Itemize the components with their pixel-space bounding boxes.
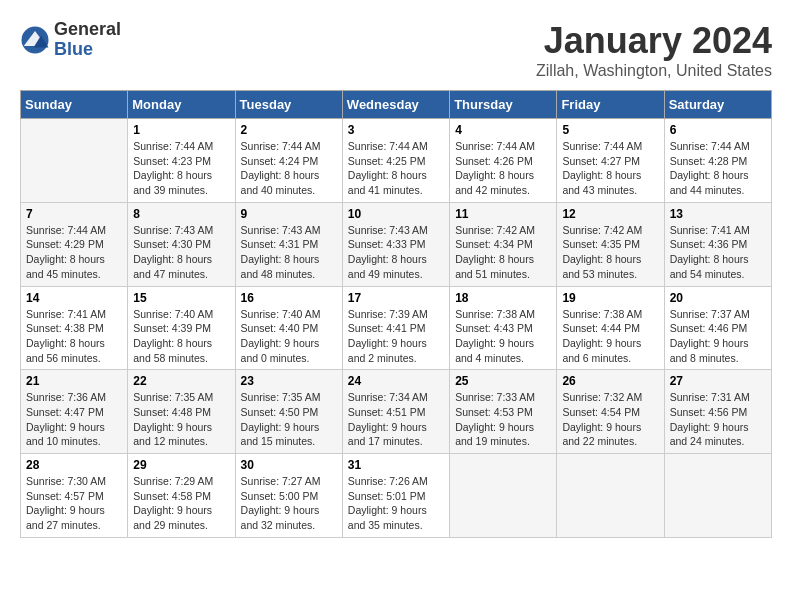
day-info: Sunrise: 7:41 AM Sunset: 4:36 PM Dayligh…: [670, 223, 766, 282]
day-info: Sunrise: 7:40 AM Sunset: 4:40 PM Dayligh…: [241, 307, 337, 366]
week-row-4: 21Sunrise: 7:36 AM Sunset: 4:47 PM Dayli…: [21, 370, 772, 454]
day-info: Sunrise: 7:44 AM Sunset: 4:25 PM Dayligh…: [348, 139, 444, 198]
calendar-cell: [450, 454, 557, 538]
day-number: 3: [348, 123, 444, 137]
calendar-cell: 13Sunrise: 7:41 AM Sunset: 4:36 PM Dayli…: [664, 202, 771, 286]
day-number: 23: [241, 374, 337, 388]
logo-icon: [20, 25, 50, 55]
logo-general-text: General: [54, 20, 121, 40]
calendar-cell: 16Sunrise: 7:40 AM Sunset: 4:40 PM Dayli…: [235, 286, 342, 370]
day-number: 4: [455, 123, 551, 137]
calendar-cell: 26Sunrise: 7:32 AM Sunset: 4:54 PM Dayli…: [557, 370, 664, 454]
day-info: Sunrise: 7:42 AM Sunset: 4:34 PM Dayligh…: [455, 223, 551, 282]
day-info: Sunrise: 7:36 AM Sunset: 4:47 PM Dayligh…: [26, 390, 122, 449]
weekday-header-friday: Friday: [557, 91, 664, 119]
calendar-cell: 10Sunrise: 7:43 AM Sunset: 4:33 PM Dayli…: [342, 202, 449, 286]
day-number: 18: [455, 291, 551, 305]
weekday-header-tuesday: Tuesday: [235, 91, 342, 119]
title-section: January 2024 Zillah, Washington, United …: [536, 20, 772, 80]
day-number: 16: [241, 291, 337, 305]
day-number: 12: [562, 207, 658, 221]
calendar-cell: 4Sunrise: 7:44 AM Sunset: 4:26 PM Daylig…: [450, 119, 557, 203]
day-number: 30: [241, 458, 337, 472]
calendar-cell: 12Sunrise: 7:42 AM Sunset: 4:35 PM Dayli…: [557, 202, 664, 286]
day-info: Sunrise: 7:44 AM Sunset: 4:29 PM Dayligh…: [26, 223, 122, 282]
day-number: 5: [562, 123, 658, 137]
day-info: Sunrise: 7:43 AM Sunset: 4:30 PM Dayligh…: [133, 223, 229, 282]
calendar-cell: 24Sunrise: 7:34 AM Sunset: 4:51 PM Dayli…: [342, 370, 449, 454]
day-info: Sunrise: 7:27 AM Sunset: 5:00 PM Dayligh…: [241, 474, 337, 533]
day-info: Sunrise: 7:43 AM Sunset: 4:31 PM Dayligh…: [241, 223, 337, 282]
calendar-cell: 23Sunrise: 7:35 AM Sunset: 4:50 PM Dayli…: [235, 370, 342, 454]
day-number: 24: [348, 374, 444, 388]
calendar-cell: 28Sunrise: 7:30 AM Sunset: 4:57 PM Dayli…: [21, 454, 128, 538]
day-number: 19: [562, 291, 658, 305]
calendar-cell: 27Sunrise: 7:31 AM Sunset: 4:56 PM Dayli…: [664, 370, 771, 454]
day-info: Sunrise: 7:41 AM Sunset: 4:38 PM Dayligh…: [26, 307, 122, 366]
calendar-cell: 1Sunrise: 7:44 AM Sunset: 4:23 PM Daylig…: [128, 119, 235, 203]
day-info: Sunrise: 7:32 AM Sunset: 4:54 PM Dayligh…: [562, 390, 658, 449]
calendar-cell: 15Sunrise: 7:40 AM Sunset: 4:39 PM Dayli…: [128, 286, 235, 370]
week-row-5: 28Sunrise: 7:30 AM Sunset: 4:57 PM Dayli…: [21, 454, 772, 538]
day-number: 31: [348, 458, 444, 472]
day-number: 9: [241, 207, 337, 221]
day-number: 29: [133, 458, 229, 472]
day-info: Sunrise: 7:38 AM Sunset: 4:44 PM Dayligh…: [562, 307, 658, 366]
day-number: 22: [133, 374, 229, 388]
day-info: Sunrise: 7:44 AM Sunset: 4:27 PM Dayligh…: [562, 139, 658, 198]
calendar-cell: 29Sunrise: 7:29 AM Sunset: 4:58 PM Dayli…: [128, 454, 235, 538]
day-info: Sunrise: 7:34 AM Sunset: 4:51 PM Dayligh…: [348, 390, 444, 449]
day-info: Sunrise: 7:43 AM Sunset: 4:33 PM Dayligh…: [348, 223, 444, 282]
day-info: Sunrise: 7:30 AM Sunset: 4:57 PM Dayligh…: [26, 474, 122, 533]
day-info: Sunrise: 7:37 AM Sunset: 4:46 PM Dayligh…: [670, 307, 766, 366]
calendar-cell: 18Sunrise: 7:38 AM Sunset: 4:43 PM Dayli…: [450, 286, 557, 370]
calendar-cell: 3Sunrise: 7:44 AM Sunset: 4:25 PM Daylig…: [342, 119, 449, 203]
calendar-table: SundayMondayTuesdayWednesdayThursdayFrid…: [20, 90, 772, 538]
logo-blue-text: Blue: [54, 40, 121, 60]
day-number: 11: [455, 207, 551, 221]
day-info: Sunrise: 7:42 AM Sunset: 4:35 PM Dayligh…: [562, 223, 658, 282]
week-row-2: 7Sunrise: 7:44 AM Sunset: 4:29 PM Daylig…: [21, 202, 772, 286]
day-info: Sunrise: 7:35 AM Sunset: 4:48 PM Dayligh…: [133, 390, 229, 449]
calendar-title: January 2024: [536, 20, 772, 62]
day-number: 10: [348, 207, 444, 221]
calendar-cell: 8Sunrise: 7:43 AM Sunset: 4:30 PM Daylig…: [128, 202, 235, 286]
day-number: 26: [562, 374, 658, 388]
calendar-cell: 22Sunrise: 7:35 AM Sunset: 4:48 PM Dayli…: [128, 370, 235, 454]
day-number: 7: [26, 207, 122, 221]
calendar-cell: 19Sunrise: 7:38 AM Sunset: 4:44 PM Dayli…: [557, 286, 664, 370]
day-info: Sunrise: 7:44 AM Sunset: 4:24 PM Dayligh…: [241, 139, 337, 198]
day-info: Sunrise: 7:35 AM Sunset: 4:50 PM Dayligh…: [241, 390, 337, 449]
calendar-cell: [21, 119, 128, 203]
calendar-cell: 14Sunrise: 7:41 AM Sunset: 4:38 PM Dayli…: [21, 286, 128, 370]
day-number: 13: [670, 207, 766, 221]
day-info: Sunrise: 7:38 AM Sunset: 4:43 PM Dayligh…: [455, 307, 551, 366]
calendar-subtitle: Zillah, Washington, United States: [536, 62, 772, 80]
day-number: 20: [670, 291, 766, 305]
calendar-cell: 9Sunrise: 7:43 AM Sunset: 4:31 PM Daylig…: [235, 202, 342, 286]
day-info: Sunrise: 7:31 AM Sunset: 4:56 PM Dayligh…: [670, 390, 766, 449]
day-number: 21: [26, 374, 122, 388]
day-info: Sunrise: 7:29 AM Sunset: 4:58 PM Dayligh…: [133, 474, 229, 533]
day-number: 1: [133, 123, 229, 137]
day-number: 27: [670, 374, 766, 388]
day-number: 17: [348, 291, 444, 305]
header: General Blue January 2024 Zillah, Washin…: [20, 20, 772, 80]
day-number: 15: [133, 291, 229, 305]
calendar-cell: 30Sunrise: 7:27 AM Sunset: 5:00 PM Dayli…: [235, 454, 342, 538]
day-number: 8: [133, 207, 229, 221]
day-number: 14: [26, 291, 122, 305]
day-info: Sunrise: 7:44 AM Sunset: 4:26 PM Dayligh…: [455, 139, 551, 198]
day-info: Sunrise: 7:44 AM Sunset: 4:28 PM Dayligh…: [670, 139, 766, 198]
logo-text: General Blue: [54, 20, 121, 60]
day-info: Sunrise: 7:26 AM Sunset: 5:01 PM Dayligh…: [348, 474, 444, 533]
day-number: 25: [455, 374, 551, 388]
calendar-cell: 21Sunrise: 7:36 AM Sunset: 4:47 PM Dayli…: [21, 370, 128, 454]
weekday-header-row: SundayMondayTuesdayWednesdayThursdayFrid…: [21, 91, 772, 119]
weekday-header-monday: Monday: [128, 91, 235, 119]
day-number: 2: [241, 123, 337, 137]
calendar-cell: 2Sunrise: 7:44 AM Sunset: 4:24 PM Daylig…: [235, 119, 342, 203]
weekday-header-wednesday: Wednesday: [342, 91, 449, 119]
day-number: 6: [670, 123, 766, 137]
day-info: Sunrise: 7:40 AM Sunset: 4:39 PM Dayligh…: [133, 307, 229, 366]
